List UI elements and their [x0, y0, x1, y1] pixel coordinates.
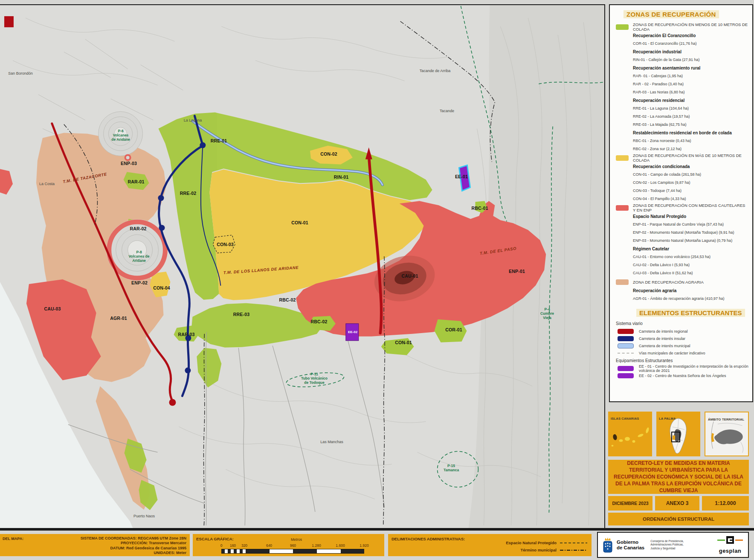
- legend-item: RRE-02 - La Asomada (19,57 ha): [616, 113, 749, 121]
- legend-section-label: ZONAS DE RECUPERACIÓN EN MÁS DE 10 METRO…: [633, 153, 749, 162]
- legend-title: ZONAS DE RECUPERACIÓN: [624, 10, 719, 18]
- road-end-node: [169, 399, 176, 406]
- legend-item: RRE-03 - La Majada (62,75 ha): [616, 121, 749, 129]
- legend-group-title: Recuperación El Coranzoncillo: [616, 32, 749, 40]
- legend-item: ENP-01 - Parque Natural de Cumbre Vieja …: [616, 221, 749, 229]
- scale-tick: 1.920: [360, 543, 368, 548]
- ambito-territorial-map: [705, 418, 748, 456]
- legend-color-swatch: [616, 155, 629, 161]
- equipment-swatch: [618, 366, 634, 371]
- legend-item: COR-01 - El Coranzoncillo (21,76 ha): [616, 40, 749, 48]
- legend-item: AGR-01 - Ámbito de recuperación agraria …: [616, 295, 749, 303]
- legend-group-title: Recuperación agraria: [616, 287, 749, 295]
- footer-delimitations: DELIMITACIONES ADMINISTRATIVAS: Espacio …: [388, 534, 592, 556]
- scale-bar: [221, 549, 364, 554]
- legend-row: Vías municipales de carácter indicativo: [616, 349, 749, 357]
- sheet-subtitle: ORDENACIÓN ESTRUCTURAL: [608, 513, 749, 525]
- bottom-divider: [0, 528, 754, 531]
- legend-row: Carretera de interés insular: [616, 335, 749, 342]
- gobierno-canarias-name: Gobierno de Canarias: [617, 540, 644, 550]
- zone-enp-03-center: [126, 156, 130, 159]
- legend-item: RIN-01 - Callejón de la Gata (27,91 ha): [616, 56, 749, 64]
- legend-row: EE - 02 - Centro de Nuestra Señora de lo…: [616, 372, 749, 379]
- gesplan-logo: gesplan: [716, 536, 744, 554]
- road-swatch: [618, 329, 634, 334]
- legend-panel: ZONAS DE RECUPERACIÓN ZONAS DE RECUPERAC…: [609, 4, 753, 402]
- equip-list: EE - 01 - Centro de Investigación e Inte…: [616, 365, 749, 379]
- delimitation-label: Espacio Natural Protegido: [506, 540, 557, 545]
- viario-heading: Sistema viario: [616, 319, 749, 328]
- legend-group-title: Recuperación industrial: [616, 48, 749, 56]
- delimitation-line-sample: [560, 543, 587, 543]
- road-swatch: [618, 343, 634, 348]
- legend-row: Carretera de interés regional: [616, 328, 749, 335]
- legend-item: RBC-01 - Zona noroeste (0,43 ha): [616, 137, 749, 145]
- terrain-map: [0, 5, 604, 528]
- legend-item: ENP-02 - Monumento Natural (Montaña Todo…: [616, 229, 749, 237]
- legend-group-title: Restablecimiento residencial en borde de…: [616, 129, 749, 137]
- zone-con-03: [213, 235, 235, 253]
- sheet-date: DICIEMBRE 2023: [608, 496, 652, 511]
- scale-tick: 1.600: [336, 543, 345, 548]
- footer-scale-bar: ESCALA GRÁFICA: Metros 01603206409601.28…: [193, 534, 384, 556]
- map-info-label: DEL MAPA:: [3, 537, 23, 541]
- legend-section-heading: ZONA DE RECUPERACIÓN AGRARIA: [616, 277, 749, 287]
- legend-item: RRE-01 - La Laguna (104,64 ha): [616, 104, 749, 113]
- sheet-title: DECRETO-LEY DE MEDIDAS EN MATERIA TERRIT…: [608, 460, 749, 494]
- legend-row: Carretera de interés municipal: [616, 342, 749, 349]
- road-swatch: [618, 336, 634, 341]
- legend-group-title: Régimen Cautelar: [616, 245, 749, 253]
- legend-item: RBC-02 - Zona sur (2,12 ha): [616, 145, 749, 153]
- scale-tick: 160: [230, 543, 236, 548]
- legend-item: CAU-02 - Delta Lávico I (5,93 ha): [616, 261, 749, 269]
- equipment-swatch: [618, 373, 634, 378]
- legend-item: CAU-03 - Delta Lávico II (51,62 ha): [616, 269, 749, 277]
- scale-tick: 1.280: [312, 543, 321, 548]
- sheet-scale: 1:12.000: [702, 496, 749, 511]
- coordinate-system-info: SISTEMA DE COORDENADAS: REGCAN95 UTM Zon…: [81, 536, 186, 555]
- legend-item: RAR - 02 - Paradiso (3,40 ha): [616, 80, 749, 88]
- footer-logos: Gobierno de Canarias Consejería de Presi…: [597, 532, 749, 558]
- consejeria-text: Consejería de Presidencia, Administracio…: [650, 540, 684, 550]
- coordinate-line: DATUM: Red Geodesica de Canarias 1995: [81, 546, 186, 551]
- locator-ambito-territorial: ÁMBITO TERRITORIAL: [705, 412, 749, 456]
- legend-section-label: ZONAS DE RECUPERACIÓN EN MENOS DE 10 MET…: [633, 22, 749, 32]
- scale-label: ESCALA GRÁFICA:: [196, 537, 234, 541]
- legend-item: RAR-03 - Las Norias (6,80 ha): [616, 88, 749, 96]
- legend-item: CON-03 - Todoque (7,44 ha): [616, 187, 749, 195]
- legend-group-title: Recuperación condicionada: [616, 162, 749, 171]
- scale-tick: 0: [220, 543, 223, 548]
- legend-color-swatch: [616, 24, 629, 30]
- gobierno-canarias-logo-icon: [602, 537, 613, 554]
- legend-row-label: Carretera de interés insular: [639, 337, 685, 341]
- legend-group-title: Recuperación residencial: [616, 96, 749, 104]
- legend-sections: ZONAS DE RECUPERACIÓN EN MENOS DE 10 MET…: [616, 22, 749, 303]
- legend-row-label: Carretera de interés municipal: [639, 344, 690, 348]
- viario-list: Carretera de interés regionalCarretera d…: [616, 328, 749, 357]
- scale-tick: 640: [266, 543, 272, 548]
- scale-tick: 320: [241, 543, 247, 548]
- legend-row: EE - 01 - Centro de Investigación e Inte…: [616, 365, 749, 372]
- road-swatch: [618, 353, 634, 354]
- legend-section-heading: ZONAS DE RECUPERACIÓN EN MÁS DE 10 METRO…: [616, 153, 749, 162]
- scale-tick: 960: [290, 543, 296, 548]
- legend-color-swatch: [616, 205, 629, 211]
- elements-title: ELEMENTOS ESTRUCTURANTES: [636, 309, 745, 317]
- footer-map-info: DEL MAPA: SISTEMA DE COORDENADAS: REGCAN…: [0, 534, 190, 556]
- la-palma-map: [656, 417, 700, 455]
- legend-group-title: Recuperación asentamiento rural: [616, 64, 749, 72]
- legend-row-label: Carretera de interés regional: [639, 329, 688, 334]
- delimitation-row: Espacio Natural Protegido: [506, 539, 587, 546]
- map-area[interactable]: [0, 4, 605, 528]
- locator-islas-canarias: ISLAS CANARIAS: [608, 412, 652, 456]
- locator-la-palma: LA PALMA: [656, 412, 700, 456]
- sheet-annex: ANEXO 3: [655, 496, 699, 511]
- legend-group-title: Espacio Natural Protegido: [616, 212, 749, 221]
- legend-item: CAU-01 - Entorno cono volcánico (254,53 …: [616, 253, 749, 261]
- legend-row-label: EE - 02 - Centro de Nuestra Señora de lo…: [639, 374, 726, 378]
- delimitation-row: Término municipal: [506, 546, 587, 554]
- red-marker: [4, 16, 14, 27]
- islas-canarias-map: [608, 417, 652, 455]
- legend-item: RAR- 01 - Cabrejas (1,95 ha): [616, 72, 749, 80]
- delimitation-label: Término municipal: [521, 548, 557, 552]
